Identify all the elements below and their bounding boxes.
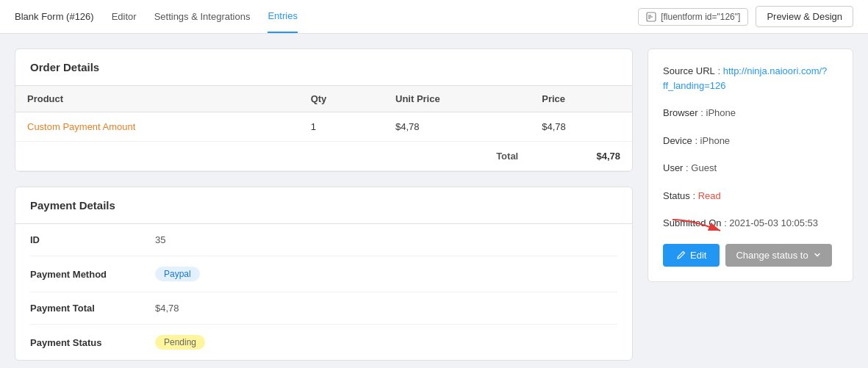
table-row: Custom Payment Amount 1 $4,78 $4,78	[15, 112, 632, 142]
change-status-button[interactable]: Change status to	[725, 244, 831, 267]
col-qty: Qty	[299, 86, 384, 112]
right-actions: Edit Change status to	[663, 244, 838, 267]
product-unit-price: $4,78	[384, 112, 530, 142]
shortcode-box[interactable]: [fluentform id="126"]	[638, 8, 748, 26]
edit-button-label: Edit	[690, 250, 706, 261]
user-value: Guest	[691, 162, 717, 173]
device-label: Device	[663, 135, 692, 146]
shortcode-text: [fluentform id="126"]	[661, 12, 740, 22]
total-label: Total	[15, 142, 530, 171]
payment-id-label: ID	[30, 234, 140, 245]
preview-design-button[interactable]: Preview & Design	[756, 6, 853, 27]
payment-id-row: ID 35	[30, 224, 617, 256]
payment-details-card: Payment Details ID 35 Payment Method Pay…	[15, 187, 633, 361]
nav-entries[interactable]: Entries	[268, 0, 297, 33]
status-colon: :	[692, 190, 697, 201]
total-value: $4,78	[530, 142, 632, 171]
col-price: Price	[530, 86, 632, 112]
top-nav: Blank Form (#126) Editor Settings & Inte…	[0, 0, 868, 34]
device-colon: :	[695, 135, 700, 146]
order-details-card: Order Details Product Qty Unit Price Pri…	[15, 48, 633, 172]
product-price: $4,78	[530, 112, 632, 142]
status-label: Status	[663, 190, 690, 201]
nav-left: Blank Form (#126) Editor Settings & Inte…	[15, 0, 298, 33]
payment-details-title: Payment Details	[15, 187, 632, 224]
payment-details-body: ID 35 Payment Method Paypal Payment Tota…	[15, 224, 632, 360]
order-details-body: Product Qty Unit Price Price Custom Paym…	[15, 86, 632, 171]
browser-label: Browser	[663, 107, 698, 118]
main-layout: Order Details Product Qty Unit Price Pri…	[0, 34, 868, 368]
col-unit-price: Unit Price	[384, 86, 530, 112]
payment-status-row: Payment Status Pending	[30, 325, 617, 360]
change-status-label: Change status to	[736, 250, 808, 261]
order-details-title: Order Details	[15, 49, 632, 86]
submitted-label: Submitted On	[663, 217, 722, 228]
device-row: Device : iPhone	[663, 134, 838, 148]
payment-status-label: Payment Status	[30, 337, 140, 348]
total-row: Total $4,78	[15, 142, 632, 171]
order-table: Product Qty Unit Price Price Custom Paym…	[15, 86, 632, 171]
user-label: User	[663, 162, 683, 173]
shortcode-icon	[646, 12, 656, 22]
submitted-row: Submitted On : 2021-05-03 10:05:53	[663, 216, 838, 231]
edit-button[interactable]: Edit	[663, 244, 720, 267]
col-product: Product	[15, 86, 299, 112]
status-value: Read	[698, 190, 721, 201]
nav-right: [fluentform id="126"] Preview & Design	[638, 6, 853, 27]
user-row: User : Guest	[663, 161, 838, 176]
payment-method-row: Payment Method Paypal	[30, 256, 617, 292]
product-qty: 1	[299, 112, 384, 142]
browser-value: iPhone	[706, 107, 736, 118]
source-url-row: Source URL : http://ninja.naioori.com/?f…	[663, 64, 838, 93]
right-panel: Source URL : http://ninja.naioori.com/?f…	[648, 48, 853, 282]
submitted-value: 2021-05-03 10:05:53	[729, 217, 818, 228]
nav-brand[interactable]: Blank Form (#126)	[15, 1, 94, 32]
payment-method-label: Payment Method	[30, 269, 140, 280]
browser-colon: :	[700, 107, 706, 118]
device-value: iPhone	[700, 135, 730, 146]
left-panel: Order Details Product Qty Unit Price Pri…	[15, 48, 633, 361]
nav-settings[interactable]: Settings & Integrations	[154, 1, 251, 32]
payment-status-badge: Pending	[155, 335, 205, 350]
payment-method-badge: Paypal	[155, 267, 200, 281]
product-name: Custom Payment Amount	[15, 112, 299, 142]
source-label: Source URL	[663, 65, 715, 76]
chevron-down-icon	[813, 250, 822, 259]
payment-total-label: Payment Total	[30, 303, 140, 314]
browser-row: Browser : iPhone	[663, 106, 838, 120]
payment-id-value: 35	[155, 234, 165, 245]
nav-editor[interactable]: Editor	[112, 1, 137, 32]
edit-icon	[676, 250, 686, 260]
payment-total-value: $4,78	[155, 303, 179, 314]
status-row: Status : Read	[663, 189, 838, 203]
payment-total-row: Payment Total $4,78	[30, 292, 617, 325]
source-colon: :	[717, 65, 722, 76]
